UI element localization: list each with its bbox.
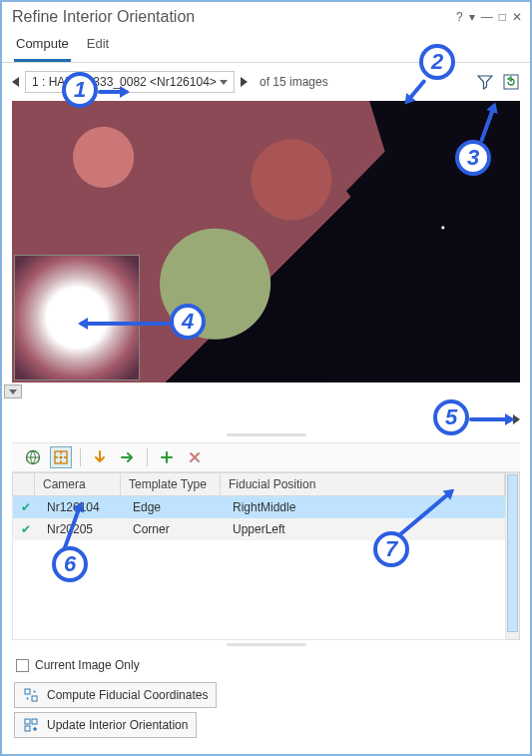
move-down-tool[interactable] bbox=[89, 446, 111, 468]
svg-point-7 bbox=[34, 691, 36, 693]
fiducial-toolbar bbox=[12, 442, 520, 472]
col-fiducial-position[interactable]: Fiducial Position bbox=[221, 473, 505, 495]
splitter[interactable] bbox=[2, 640, 530, 648]
row-check-icon[interactable]: ✔ bbox=[13, 518, 39, 540]
svg-rect-8 bbox=[25, 719, 30, 724]
close-icon[interactable]: ✕ bbox=[512, 10, 522, 24]
cell-fiducial-position: RightMiddle bbox=[225, 496, 505, 518]
svg-rect-4 bbox=[25, 689, 30, 694]
col-camera[interactable]: Camera bbox=[35, 473, 121, 495]
callout-7: 7 bbox=[373, 531, 409, 567]
callout-4: 4 bbox=[170, 304, 206, 340]
callout-1: 1 bbox=[62, 72, 98, 108]
callout-leader bbox=[80, 322, 170, 326]
fiducial-magnifier[interactable] bbox=[14, 255, 140, 380]
chevron-down-icon bbox=[9, 389, 17, 394]
menu-icon[interactable]: ▾ bbox=[469, 10, 475, 24]
current-image-only-label: Current Image Only bbox=[35, 658, 140, 672]
callout-2: 2 bbox=[419, 44, 455, 80]
cell-camera: Nr20205 bbox=[39, 518, 125, 540]
callout-5: 5 bbox=[433, 399, 469, 435]
globe-tool[interactable] bbox=[22, 446, 44, 468]
svg-rect-5 bbox=[32, 696, 37, 701]
current-image-only-checkbox[interactable] bbox=[16, 659, 29, 672]
move-right-tool[interactable] bbox=[117, 446, 139, 468]
image-select-dropdown[interactable]: 1 : HAP83_333_0082 <Nr126104> bbox=[25, 71, 235, 93]
prev-image-button[interactable] bbox=[12, 77, 19, 87]
help-icon[interactable]: ? bbox=[456, 10, 463, 24]
minimize-icon[interactable]: — bbox=[481, 10, 493, 24]
callout-3: 3 bbox=[455, 140, 491, 176]
delete-tool[interactable] bbox=[184, 446, 206, 468]
svg-point-6 bbox=[27, 698, 29, 700]
callout-6: 6 bbox=[52, 546, 88, 582]
add-tool[interactable] bbox=[156, 446, 178, 468]
inset-toggle-button[interactable] bbox=[4, 384, 22, 398]
cell-template-type: Corner bbox=[125, 518, 225, 540]
cell-fiducial-position: UpperLeft bbox=[225, 518, 505, 540]
callout-leader bbox=[98, 90, 128, 94]
table-scrollbar[interactable] bbox=[506, 472, 520, 640]
chevron-down-icon bbox=[220, 80, 228, 85]
panel-title: Refine Interior Orientation bbox=[12, 8, 195, 26]
next-image-button[interactable] bbox=[241, 77, 248, 87]
row-check-icon[interactable]: ✔ bbox=[13, 496, 39, 518]
image-preview[interactable] bbox=[12, 101, 520, 382]
update-interior-label: Update Interior Orientation bbox=[47, 718, 188, 732]
callout-leader bbox=[469, 417, 513, 421]
col-template-type[interactable]: Template Type bbox=[121, 473, 221, 495]
cell-template-type: Edge bbox=[125, 496, 225, 518]
tab-edit[interactable]: Edit bbox=[85, 32, 111, 62]
target-tool[interactable] bbox=[50, 446, 72, 468]
table-header: Camera Template Type Fiducial Position bbox=[12, 472, 506, 496]
refresh-layer-icon[interactable] bbox=[502, 73, 520, 91]
update-interior-button[interactable]: Update Interior Orientation bbox=[14, 712, 197, 738]
svg-rect-9 bbox=[32, 719, 37, 724]
filter-icon[interactable] bbox=[476, 73, 494, 91]
compute-fiducial-label: Compute Fiducial Coordinates bbox=[47, 688, 208, 702]
svg-point-3 bbox=[60, 456, 63, 459]
compute-fiducial-button[interactable]: Compute Fiducial Coordinates bbox=[14, 682, 217, 708]
image-count-label: of 15 images bbox=[260, 75, 328, 89]
table-row[interactable]: ✔ Nr20205 Corner UpperLeft bbox=[12, 518, 506, 540]
tab-compute[interactable]: Compute bbox=[14, 32, 71, 62]
dock-icon[interactable]: □ bbox=[499, 10, 506, 24]
svg-rect-10 bbox=[25, 726, 30, 731]
